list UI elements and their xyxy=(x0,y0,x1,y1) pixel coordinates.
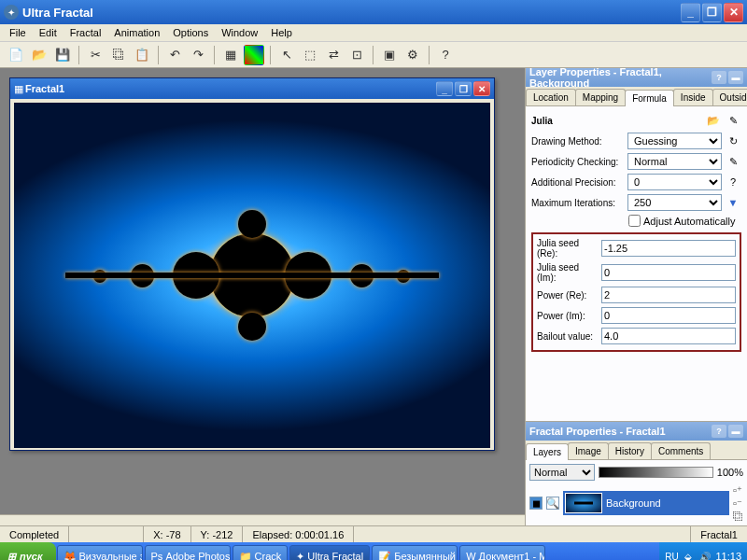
reload-icon[interactable]: ↻ xyxy=(725,133,741,149)
uf-icon: ✦ xyxy=(296,551,304,561)
app-title: Ultra Fractal xyxy=(22,6,679,20)
task-item-5[interactable]: WДокумент1 - Mi... xyxy=(459,545,545,560)
layer-properties-header[interactable]: Layer Properties - Fractal1, Background … xyxy=(526,68,747,87)
maximize-button[interactable]: ❐ xyxy=(702,3,722,22)
maxiter-select[interactable]: 250 xyxy=(627,194,722,211)
opacity-slider[interactable] xyxy=(599,467,713,478)
precision-select[interactable]: 0 xyxy=(627,174,722,190)
clock[interactable]: 11:13 xyxy=(715,551,741,560)
minimize-button[interactable]: _ xyxy=(681,3,700,22)
layer-properties-title: Layer Properties - Fractal1, Background xyxy=(529,66,710,89)
expand-icon[interactable]: ▼ xyxy=(725,194,741,211)
menu-edit[interactable]: Edit xyxy=(34,25,63,40)
task-item-4[interactable]: 📝Безымянный - ... xyxy=(372,545,458,560)
new-icon[interactable]: 📄 xyxy=(6,45,26,65)
task-item-2[interactable]: 📁Crack xyxy=(233,545,289,560)
param-input-1[interactable] xyxy=(601,264,736,281)
folder-icon: 📁 xyxy=(239,551,252,561)
help-icon[interactable]: ? xyxy=(435,45,456,65)
fractal-render xyxy=(65,191,439,359)
pointer-icon[interactable]: ↖ xyxy=(276,45,297,65)
tab-history[interactable]: History xyxy=(608,442,652,459)
edit2-icon[interactable]: ✎ xyxy=(725,153,741,170)
help2-icon[interactable]: ? xyxy=(725,174,741,190)
color-icon[interactable] xyxy=(244,45,264,65)
tab-outside[interactable]: Outside xyxy=(712,89,747,105)
mask-toggle[interactable]: 🔍 xyxy=(546,497,559,510)
fractal-minimize-button[interactable]: _ xyxy=(436,81,453,96)
edit-icon[interactable]: ✎ xyxy=(725,112,741,129)
layer-props-body: Julia 📂 ✎ Drawing Method: Guessing ↻ Per… xyxy=(526,106,747,421)
close-button[interactable]: ✕ xyxy=(724,3,743,22)
workspace: ▦ Fractal1 _ ❐ ✕ xyxy=(0,68,525,525)
blend-mode-select[interactable]: Normal xyxy=(529,464,595,481)
param-input-0[interactable] xyxy=(601,240,736,257)
tab-formula[interactable]: Formula xyxy=(625,90,674,106)
cut-icon[interactable]: ✂ xyxy=(85,45,106,65)
fractal-properties-header[interactable]: Fractal Properties - Fractal1 ? ▬ xyxy=(526,422,747,441)
param-input-3[interactable] xyxy=(601,307,736,324)
tab-inside[interactable]: Inside xyxy=(673,89,713,105)
render-icon[interactable]: ▣ xyxy=(379,45,400,65)
separator xyxy=(158,46,159,64)
add-layer-icon[interactable]: ▫⁺ xyxy=(733,484,743,497)
save-icon[interactable]: 💾 xyxy=(52,45,73,65)
tray-icon[interactable]: ⬙ xyxy=(682,550,695,560)
tab-mapping[interactable]: Mapping xyxy=(575,89,626,105)
tab-layers[interactable]: Layers xyxy=(526,443,569,460)
start-button[interactable]: ⊞пуск xyxy=(0,542,56,560)
task-item-1[interactable]: PsAdobe Photosh... xyxy=(145,545,231,560)
menu-help[interactable]: Help xyxy=(265,25,298,40)
precision-label: Additional Precision: xyxy=(531,177,625,188)
dup-layer-icon[interactable]: ⿻ xyxy=(733,511,743,522)
menu-options[interactable]: Options xyxy=(167,25,214,40)
remove-layer-icon[interactable]: ▫⁻ xyxy=(733,497,743,510)
undo-icon[interactable]: ↶ xyxy=(164,45,185,65)
horizontal-scrollbar[interactable] xyxy=(0,514,525,525)
start-label: пуск xyxy=(20,551,43,560)
help3-icon[interactable]: ? xyxy=(712,425,726,438)
doc-icon: ▦ xyxy=(14,83,23,95)
volume-icon[interactable]: 🔊 xyxy=(698,550,712,560)
paste-icon[interactable]: 📋 xyxy=(132,45,152,65)
system-tray[interactable]: RU ⬙ 🔊 11:13 xyxy=(659,542,747,560)
adjust-auto-checkbox[interactable] xyxy=(628,215,641,227)
fractal-maximize-button[interactable]: ❐ xyxy=(455,81,472,96)
gradient-icon[interactable]: ▦ xyxy=(220,45,241,65)
visible-toggle[interactable]: ◼ xyxy=(529,497,543,510)
fractal-canvas[interactable] xyxy=(14,103,490,448)
layer-item[interactable]: Background xyxy=(563,491,729,515)
task-item-0[interactable]: 🦊Визуальные за... xyxy=(57,545,143,560)
switch-icon[interactable]: ⇄ xyxy=(323,45,344,65)
lang-indicator[interactable]: RU xyxy=(665,550,678,560)
gear-icon[interactable]: ⚙ xyxy=(402,45,423,65)
open-icon[interactable]: 📂 xyxy=(29,45,49,65)
param-input-4[interactable] xyxy=(601,328,736,344)
menu-animation[interactable]: Animation xyxy=(108,25,165,40)
separator xyxy=(429,46,430,64)
tab-comments[interactable]: Comments xyxy=(651,442,711,459)
tab-location[interactable]: Location xyxy=(526,89,576,105)
statusbar: Completed X: -78 Y: -212 Elapsed: 0:00:0… xyxy=(0,525,747,542)
periodicity-select[interactable]: Normal xyxy=(627,153,722,170)
menu-file[interactable]: File xyxy=(4,25,32,40)
menu-window[interactable]: Window xyxy=(216,25,263,40)
collapse2-icon[interactable]: ▬ xyxy=(728,425,743,438)
menu-fractal[interactable]: Fractal xyxy=(64,25,107,40)
task-item-3[interactable]: ✦Ultra Fractal xyxy=(289,545,370,560)
drawing-method-select[interactable]: Guessing xyxy=(627,133,722,149)
fractal-window[interactable]: ▦ Fractal1 _ ❐ ✕ xyxy=(9,77,495,451)
app-titlebar: ✦ Ultra Fractal _ ❐ ✕ xyxy=(0,0,747,24)
param-input-2[interactable] xyxy=(601,287,736,303)
select-icon[interactable]: ⬚ xyxy=(300,45,320,65)
browse-icon[interactable]: 📂 xyxy=(705,112,722,129)
redo-icon[interactable]: ↷ xyxy=(188,45,208,65)
layer-props-tabs: Location Mapping Formula Inside Outside xyxy=(526,87,747,106)
copy-icon[interactable]: ⿻ xyxy=(108,45,129,65)
collapse-icon[interactable]: ▬ xyxy=(728,71,743,84)
fractal-close-button[interactable]: ✕ xyxy=(473,81,490,96)
fractal-window-titlebar[interactable]: ▦ Fractal1 _ ❐ ✕ xyxy=(10,78,494,99)
help-icon[interactable]: ? xyxy=(712,71,726,84)
tab-image[interactable]: Image xyxy=(568,442,609,459)
zoom-icon[interactable]: ⊡ xyxy=(346,45,367,65)
